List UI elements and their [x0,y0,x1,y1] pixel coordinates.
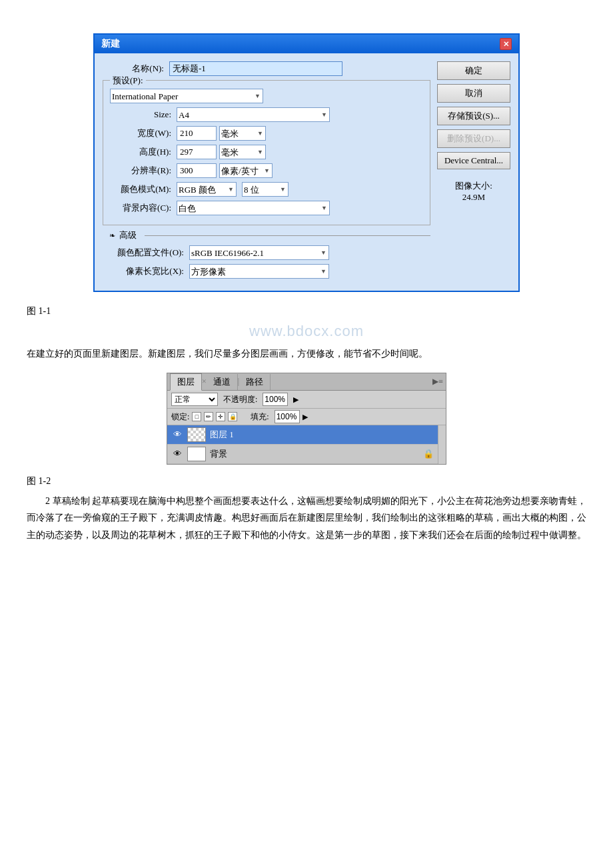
colorprofile-row: 颜色配置文件(O): sRGB IEC61966-2.1 [103,245,430,260]
lock-position-icon[interactable]: ✛ [216,412,225,421]
tab-channels[interactable]: 通道 [207,374,238,390]
new-document-dialog: 新建 ✕ 名称(N): 预设(P): [93,33,520,292]
layers-mode-row: 正常 不透明度: ▶ [167,391,446,409]
fill-arrow-btn[interactable]: ▶ [303,413,308,421]
layers-body-inner: 👁 图层 1 👁 背景 🔒 [167,425,446,464]
size-select[interactable]: A4 [177,107,330,122]
layers-panel-wrapper: 图层 × 通道 | 路径 ▶≡ 正常 不透明度: ▶ 锁定: [167,373,446,465]
advanced-toggle[interactable]: ❧ 高级 [109,229,430,241]
height-label: 高度(H): [110,146,177,158]
layers-panel-menu-icon[interactable]: ▶≡ [432,377,443,387]
height-unit-select[interactable]: 毫米 [219,145,266,159]
fill-label: 填充: [251,411,269,423]
lock-image-icon[interactable]: ✏ [204,412,213,421]
name-row: 名称(N): [103,61,430,76]
colormode-select-wrapper: RGB 颜色 [177,182,237,197]
height-row: 高度(H): 毫米 [110,145,423,159]
figure1-label: 图 1-1 [27,305,586,317]
pixelaspect-select[interactable]: 方形像素 [189,264,329,279]
paragraph2-text: 2 草稿绘制 起草稿要现在脑海中构思整个画面想要表达什么，这幅画想要绘制成明媚的… [27,493,586,543]
resolution-unit-select[interactable]: 像素/英寸 [219,163,273,178]
colormode-select[interactable]: RGB 颜色 [177,182,237,197]
figure2-label: 图 1-2 [27,475,586,487]
dialog-buttons: 确定 取消 存储预设(S)... 删除预设(D)... Device Centr… [437,61,510,283]
size-select-wrapper: A4 [177,107,330,122]
layer-visibility-icon-1[interactable]: 👁 [171,448,183,460]
colorprofile-select-wrapper: sRGB IEC61966-2.1 [189,245,329,260]
layer-thumbnail-0 [187,427,206,442]
colorprofile-select[interactable]: sRGB IEC61966-2.1 [189,245,329,260]
layer-row-0[interactable]: 👁 图层 1 [167,425,438,445]
lock-transparent-icon[interactable]: □ [192,412,201,421]
opacity-label: 不透明度: [223,394,257,405]
preset-group: 预设(P): International Paper Size: [103,80,430,225]
resolution-label: 分辨率(R): [110,165,177,177]
cancel-button[interactable]: 取消 [437,84,510,103]
save-preset-button[interactable]: 存储预设(S)... [437,107,510,125]
fill-input[interactable] [275,410,300,423]
ok-button[interactable]: 确定 [437,61,510,80]
dialog-body: 名称(N): 预设(P): International Paper [95,53,518,291]
width-unit-wrapper: 毫米 [217,126,266,141]
background-row: 背景内容(C): 白色 [110,201,423,215]
dialog-container: 新建 ✕ 名称(N): 预设(P): [93,33,520,292]
colorprofile-label: 颜色配置文件(O): [103,247,189,259]
preset-row: International Paper [110,89,423,103]
paragraph2-prefix: 2 草稿绘制 [27,496,90,506]
preset-select[interactable]: International Paper [110,89,263,103]
size-label: Size: [110,109,177,120]
width-label: 宽度(W): [110,127,177,139]
layer-thumbnail-1 [187,447,206,461]
background-select[interactable]: 白色 [177,201,330,215]
layer-visibility-icon-0[interactable]: 👁 [171,429,183,441]
tab-paths[interactable]: 路径 [239,374,271,390]
layer-name-0: 图层 1 [210,429,434,441]
layers-mode-select[interactable]: 正常 [171,393,218,406]
preset-group-legend: 预设(P): [110,75,146,87]
layers-scrollbar[interactable] [438,425,446,464]
advanced-label: 高级 [119,229,137,241]
lock-label: 锁定: [171,411,189,423]
layers-panel: 图层 × 通道 | 路径 ▶≡ 正常 不透明度: ▶ 锁定: [167,373,446,465]
dialog-title: 新建 [101,38,120,50]
lock-all-icon[interactable]: 🔒 [228,412,237,421]
layer-lock-icon-1: 🔒 [423,449,434,459]
colormode-row: 颜色模式(M): RGB 颜色 8 位 [110,182,423,197]
width-input[interactable] [177,126,217,141]
width-row: 宽度(W): 毫米 [110,126,423,141]
resolution-input[interactable] [177,163,217,178]
paragraph2-body: 起草稿要现在脑海中构思整个画面想要表达什么，这幅画想要绘制成明媚的阳光下，小公主… [27,496,586,539]
name-label: 名称(N): [103,63,169,75]
image-info: 图像大小: 24.9M [437,180,510,203]
pixelaspect-row: 像素长宽比(X): 方形像素 [103,264,430,279]
device-central-button[interactable]: Device Central... [437,152,510,169]
close-icon[interactable]: ✕ [500,38,512,50]
advanced-divider [145,235,430,236]
name-input[interactable] [169,61,342,76]
watermark-text: www.bdocx.com [27,323,586,340]
layer-name-1: 背景 [210,448,419,460]
bits-select[interactable]: 8 位 [242,182,289,197]
preset-select-wrapper: International Paper [110,89,263,103]
opacity-arrow-btn[interactable]: ▶ [293,395,299,404]
resolution-unit-wrapper: 像素/英寸 [217,163,273,178]
delete-preset-button[interactable]: 删除预设(D)... [437,129,510,148]
advanced-arrow-icon: ❧ [109,231,115,240]
height-input[interactable] [177,145,217,159]
pixelaspect-select-wrapper: 方形像素 [189,264,329,279]
layer-row-1[interactable]: 👁 背景 🔒 [167,445,438,464]
layers-tabs: 图层 × 通道 | 路径 ▶≡ [167,373,446,391]
opacity-input[interactable] [263,393,288,406]
background-select-wrapper: 白色 [177,201,330,215]
height-unit-wrapper: 毫米 [217,145,266,159]
background-label: 背景内容(C): [110,202,177,214]
paragraph1-text: 在建立好的页面里新建图层。新建图层，我们尽量多分图层画画，方便修改，能节省不少时… [27,345,586,362]
bits-select-wrapper: 8 位 [239,182,289,197]
tab-layers[interactable]: 图层 [170,373,202,391]
width-unit-select[interactable]: 毫米 [219,126,266,141]
colormode-label: 颜色模式(M): [110,183,177,195]
pixelaspect-label: 像素长宽比(X): [103,265,189,277]
dialog-form: 名称(N): 预设(P): International Paper [103,61,430,283]
size-row: Size: A4 [110,107,423,122]
dialog-titlebar: 新建 ✕ [95,35,518,53]
